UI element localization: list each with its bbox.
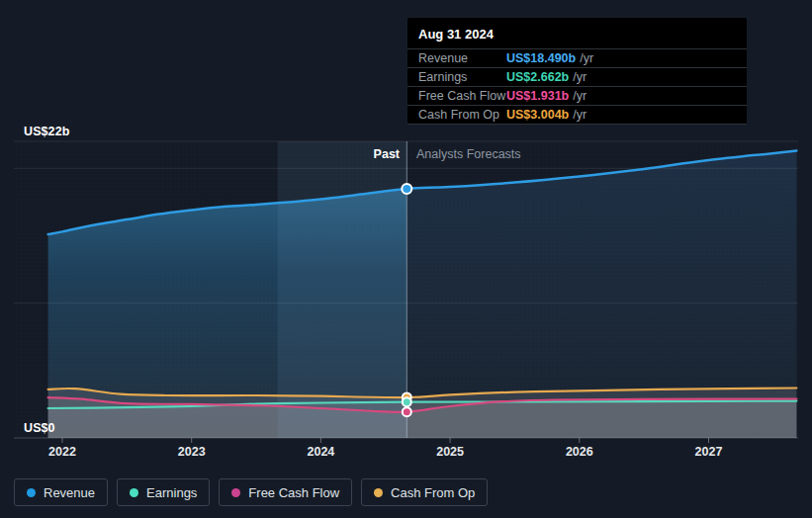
legend-label: Cash From Op [391,485,475,500]
past-label: Past [374,147,400,161]
tooltip-row-unit: /yr [573,89,586,103]
legend-dot-icon [374,488,383,497]
x-axis-label-2025: 2025 [436,445,464,459]
legend-chip-earnings[interactable]: Earnings [117,478,210,506]
x-axis-label-2026: 2026 [566,445,593,459]
tooltip-row: EarningsUS$2.662b/yr [407,68,747,87]
y-axis-label-zero: US$0 [24,421,55,435]
tooltip-rows: RevenueUS$18.490b/yrEarningsUS$2.662b/yr… [407,49,747,125]
tooltip-row-label: Cash From Op [418,108,506,122]
tooltip-date: Aug 31 2024 [407,25,747,49]
free-cash-flow-marker[interactable] [403,407,411,416]
legend-label: Free Cash Flow [248,485,339,500]
tooltip-row-unit: /yr [580,51,593,65]
tooltip-row-value: US$2.662b [506,70,569,84]
legend-chip-cash-from-op[interactable]: Cash From Op [361,478,488,506]
x-axis-label-2024: 2024 [307,445,334,459]
legend-chip-free-cash-flow[interactable]: Free Cash Flow [219,478,352,506]
tooltip-row-value: US$3.004b [506,108,569,122]
tooltip-row-label: Free Cash Flow [418,89,506,103]
tooltip-row-label: Earnings [418,70,506,84]
legend-dot-icon [27,488,36,497]
tooltip-row-label: Revenue [418,51,506,65]
revenue-marker[interactable] [402,184,411,194]
tooltip-row-unit: /yr [573,108,586,122]
chart-tooltip: Aug 31 2024 RevenueUS$18.490b/yrEarnings… [407,18,747,125]
tooltip-row: RevenueUS$18.490b/yr [407,49,747,68]
earnings-revenue-growth-chart[interactable]: US$22b US$0 Past Analysts Forecasts 2022… [0,0,812,518]
x-axis-label-2022: 2022 [48,445,76,459]
tooltip-row: Cash From OpUS$3.004b/yr [407,106,747,125]
y-axis-label-max: US$22b [24,125,69,138]
legend-chip-revenue[interactable]: Revenue [14,478,108,506]
legend-dot-icon [130,488,138,497]
earnings-marker[interactable] [403,397,411,406]
legend-label: Earnings [146,485,197,500]
tooltip-row-value: US$1.931b [506,89,569,103]
legend-label: Revenue [44,485,95,500]
x-axis-label-2023: 2023 [178,445,206,459]
legend: RevenueEarningsFree Cash FlowCash From O… [14,478,488,506]
analysts-forecasts-label: Analysts Forecasts [416,147,521,161]
tooltip-row-value: US$18.490b [506,51,576,65]
legend-dot-icon [231,488,240,497]
tooltip-row-unit: /yr [573,70,586,84]
x-axis-label-2027: 2027 [695,445,723,459]
tooltip-row: Free Cash FlowUS$1.931b/yr [407,87,747,106]
